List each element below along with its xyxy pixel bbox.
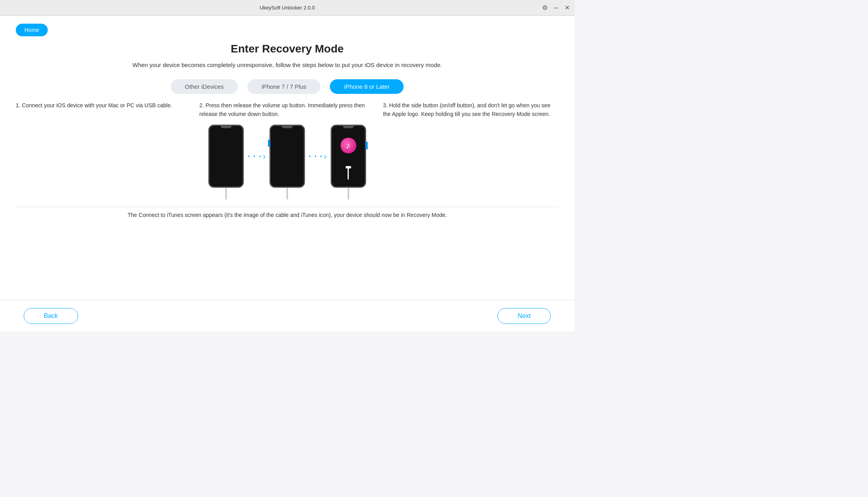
phone-2 <box>269 125 305 188</box>
itunes-note-icon: ♪ <box>346 140 350 151</box>
home-button[interactable]: Home <box>16 24 48 36</box>
phone-3: ♪ <box>331 125 366 188</box>
phone-3-wrap: ♪ <box>331 125 366 200</box>
arrow-2: • • • › <box>305 152 331 161</box>
steps-row: 1. Connect your iOS device with your Mac… <box>16 101 559 119</box>
phone-2-vol-btn <box>268 140 270 147</box>
arrow-2-dots: • • • <box>309 153 323 159</box>
next-button[interactable]: Next <box>498 308 551 324</box>
settings-icon[interactable]: ⚙ <box>542 5 548 11</box>
cable-connector-icon <box>346 166 351 179</box>
phone-2-cable <box>286 188 288 200</box>
phone-2-wrap <box>269 125 305 200</box>
step-3-text: 3. Hold the side button (on/off button),… <box>383 101 559 119</box>
step-1-text: 1. Connect your iOS device with your Mac… <box>16 101 191 110</box>
titlebar-title: UkeySoft Unlocker 2.0.0 <box>260 5 315 11</box>
step-2-text: 2. Press then release the volume up butt… <box>199 101 375 119</box>
phone-1 <box>208 125 244 188</box>
cable-line-shape <box>348 168 349 179</box>
arrow-1-dots: • • • <box>248 153 262 159</box>
tab-iphone7[interactable]: iPhone 7 / 7 Plus <box>247 79 320 94</box>
footer-note: The Connect to iTunes screen appears (it… <box>16 207 559 218</box>
arrow-1-chevron: › <box>263 152 266 161</box>
phones-row: • • • › • • • › ♪ <box>16 125 559 200</box>
phone-3-cable <box>348 188 349 200</box>
step-2: 2. Press then release the volume up butt… <box>199 101 375 119</box>
bottom-bar: Back Next <box>0 300 574 331</box>
itunes-icon: ♪ <box>340 138 356 153</box>
phone-1-wrap <box>208 125 244 200</box>
step-3: 3. Hold the side button (on/off button),… <box>383 101 559 119</box>
tab-row: Other iDevices iPhone 7 / 7 Plus iPhone … <box>16 79 559 94</box>
arrow-1: • • • › <box>244 152 269 161</box>
arrow-2-chevron: › <box>324 152 327 161</box>
minimize-button[interactable]: ─ <box>554 5 558 11</box>
step-1: 1. Connect your iOS device with your Mac… <box>16 101 191 119</box>
titlebar: UkeySoft Unlocker 2.0.0 ⚙ ─ ✕ <box>0 0 574 16</box>
tab-iphone8[interactable]: iPhone 8 or Later <box>330 79 404 94</box>
titlebar-controls: ⚙ ─ ✕ <box>542 5 570 11</box>
back-button[interactable]: Back <box>24 308 78 324</box>
page-title: Enter Recovery Mode <box>16 43 559 55</box>
phone-1-cable <box>225 188 227 200</box>
main-content: Home Enter Recovery Mode When your devic… <box>0 16 574 300</box>
page-subtitle: When your device becomes completely unre… <box>16 61 559 70</box>
tab-other-idevices[interactable]: Other iDevices <box>171 79 238 94</box>
close-button[interactable]: ✕ <box>565 5 570 11</box>
phone-3-side-btn <box>366 142 368 149</box>
